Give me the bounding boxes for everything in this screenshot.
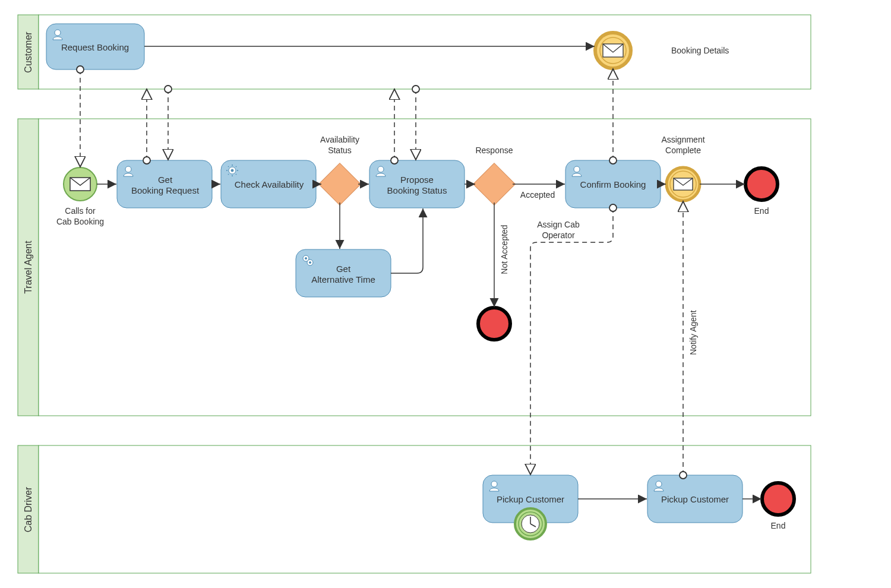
svg-point-16 — [378, 166, 384, 172]
task-check-availability: Check Availability — [221, 160, 316, 208]
avsl2: Status — [328, 146, 352, 155]
gatl2: Alternative Time — [311, 274, 375, 284]
task-confirm-booking-label: Confirm Booking — [580, 179, 646, 189]
svg-point-41 — [656, 481, 662, 487]
end-event-not-accepted — [478, 308, 510, 340]
svg-point-21 — [309, 262, 311, 264]
svg-point-20 — [305, 258, 307, 260]
task-get-alternative-time: Get Alternative Time — [296, 249, 391, 297]
task-pickup1-label: Pickup Customer — [497, 494, 564, 504]
avsl1: Availability — [320, 135, 359, 144]
task-pickup-customer-2: Pickup Customer — [647, 475, 742, 523]
svg-point-25 — [574, 166, 580, 172]
event-booking-details-label: Booking Details — [671, 46, 729, 55]
svg-point-42 — [762, 483, 794, 515]
lane-agent-title: Travel Agent — [23, 241, 33, 294]
flow-not-accepted-label: Not Accepted — [500, 225, 509, 274]
gbrl1: Get — [158, 175, 173, 185]
gatl1: Get — [336, 264, 351, 274]
svg-point-36 — [491, 481, 497, 487]
task-check-availability-label: Check Availability — [235, 179, 304, 189]
gbrl2: Booking Request — [131, 185, 200, 195]
svg-point-4 — [55, 30, 61, 36]
bpmn-diagram: Customer Request Booking Travel Agent Ca… — [0, 0, 891, 588]
task-confirm-booking: Confirm Booking — [565, 160, 661, 208]
svg-point-10 — [125, 166, 131, 172]
lane-driver-title: Cab Driver — [23, 486, 33, 532]
lane-customer-title: Customer — [23, 31, 33, 73]
acl1: Assignment — [661, 135, 704, 144]
evt-calls-line2: Cab Booking — [56, 217, 104, 226]
svg-point-13 — [231, 169, 233, 172]
task-propose-booking-status: Propose Booking Status — [369, 160, 465, 208]
svg-rect-32 — [603, 44, 623, 57]
pbsl2: Booking Status — [387, 185, 447, 195]
flow-notify-agent-label: Notify Agent — [688, 310, 698, 355]
task-pickup2-label: Pickup Customer — [661, 494, 729, 504]
acol1: Assign Cab — [537, 220, 580, 229]
task-get-booking-request: Get Booking Request — [117, 160, 212, 208]
flow-accepted-label: Accepted — [520, 190, 555, 200]
acl2: Complete — [665, 146, 701, 155]
end-agent-label: End — [754, 206, 769, 216]
svg-point-23 — [478, 308, 510, 340]
gateway-response-label: Response — [475, 146, 513, 155]
task-request-booking: Request Booking — [46, 24, 144, 69]
svg-point-29 — [745, 168, 778, 200]
pbsl1: Propose — [400, 175, 434, 185]
acol2: Operator — [542, 230, 575, 240]
task-request-booking-label: Request Booking — [61, 42, 129, 52]
evt-calls-line1: Calls for — [65, 206, 96, 216]
end-driver-label: End — [771, 521, 786, 530]
